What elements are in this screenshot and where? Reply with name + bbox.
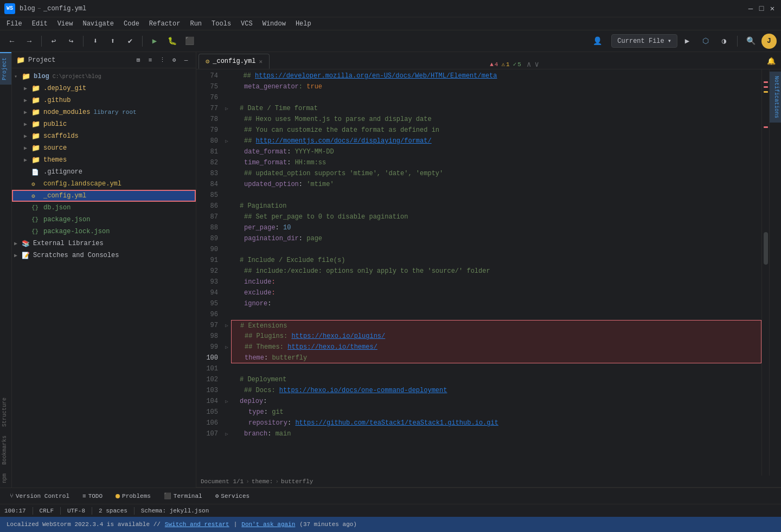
- gutter-84: [222, 179, 231, 190]
- line-num-74: 74: [196, 70, 218, 81]
- gutter-97[interactable]: ▷: [222, 320, 231, 331]
- tree-item-config-yml[interactable]: ▶ ⚙ _config.yml: [12, 190, 196, 202]
- tree-item-themes[interactable]: ▶ 📁 themes: [12, 154, 196, 166]
- toolbar-forward-btn[interactable]: →: [22, 34, 37, 49]
- toolbar-run-config-btn[interactable]: ▶: [680, 34, 695, 49]
- toolbar-vcs-update-btn[interactable]: ⬇: [88, 34, 103, 49]
- menu-run[interactable]: Run: [185, 19, 206, 29]
- tree-external-libraries[interactable]: ▶ 📚 External Libraries: [12, 238, 196, 249]
- code-link-99[interactable]: https://hexo.io/themes/: [287, 342, 377, 352]
- tree-item-source[interactable]: ▶ 📁 source: [12, 142, 196, 154]
- menu-help[interactable]: Help: [291, 19, 316, 29]
- code-key-104: deploy: [240, 396, 263, 407]
- notif-dismiss-link[interactable]: Don't ask again: [241, 521, 295, 528]
- menu-vcs[interactable]: VCS: [236, 19, 257, 29]
- settings-tree-btn[interactable]: ⚙: [169, 55, 180, 66]
- status-schema[interactable]: Schema: jekyll.json: [141, 508, 209, 514]
- gutter-104[interactable]: ▷: [222, 396, 231, 407]
- line-num-106: 106: [196, 418, 218, 428]
- tree-label-package-json: package.json: [43, 216, 90, 223]
- notifications-btn[interactable]: 🔔: [764, 54, 779, 69]
- maximize-btn[interactable]: □: [757, 4, 766, 13]
- code-editor[interactable]: ## https://developer.mozilla.org/en-US/d…: [231, 69, 761, 476]
- code-line-79: ## You can customize the date format as …: [231, 125, 761, 136]
- code-link-103[interactable]: https://hexo.io/docs/one-command-deploym…: [279, 385, 447, 396]
- close-btn[interactable]: ✕: [768, 4, 777, 13]
- current-file-dropdown[interactable]: Current File ▾: [611, 34, 677, 48]
- bottom-tab-problems[interactable]: Problems: [110, 491, 156, 502]
- bottom-tab-services[interactable]: ⚙ Services: [210, 490, 255, 502]
- tree-item-deploy-git[interactable]: ▶ 📁 .deploy_git: [12, 82, 196, 94]
- bottom-tab-terminal[interactable]: ⬛ Terminal: [158, 490, 208, 502]
- toolbar-profile-btn[interactable]: 👤: [590, 34, 605, 49]
- tree-item-gitignore[interactable]: ▶ 📄 .gitignore: [12, 166, 196, 178]
- menu-file[interactable]: File: [2, 19, 27, 29]
- toolbar-debug-config-btn[interactable]: ⬡: [698, 34, 713, 49]
- code-link-98[interactable]: https://hexo.io/plugins/: [291, 331, 385, 342]
- menu-tools[interactable]: Tools: [207, 19, 235, 29]
- line-num-79: 79: [196, 125, 218, 136]
- menu-edit[interactable]: Edit: [28, 19, 52, 29]
- collapse-btn[interactable]: ∧: [527, 60, 531, 69]
- toolbar-stop-btn[interactable]: ⬛: [182, 34, 197, 49]
- status-indent[interactable]: 2 spaces: [99, 508, 127, 514]
- gutter-77[interactable]: ▷: [222, 103, 231, 114]
- tab-close-btn[interactable]: ✕: [259, 58, 263, 65]
- toolbar-vcs-commit-btn[interactable]: ✔: [123, 34, 138, 49]
- toolbar-vcs-push-btn[interactable]: ⬆: [105, 34, 120, 49]
- menu-code[interactable]: Code: [119, 19, 144, 29]
- toolbar-run-btn[interactable]: ▶: [147, 34, 162, 49]
- tree-item-github[interactable]: ▶ 📁 .github: [12, 94, 196, 106]
- close-panel-btn[interactable]: —: [181, 55, 191, 66]
- toolbar-coverage-btn[interactable]: ◑: [716, 34, 732, 49]
- tree-item-db-json[interactable]: ▶ {} db.json: [12, 202, 196, 214]
- tree-arrow-source: ▶: [24, 145, 31, 151]
- gutter-99[interactable]: ▷: [222, 342, 231, 352]
- gutter-106: [222, 418, 231, 428]
- tree-item-package-lock[interactable]: ▶ {} package-lock.json: [12, 226, 196, 238]
- side-bookmarks-tab[interactable]: Bookmarks: [0, 431, 11, 469]
- scrollbar-thumb[interactable]: [764, 232, 768, 265]
- status-position[interactable]: 100:17: [4, 508, 26, 514]
- code-link-106[interactable]: https://github.com/teaStack1/teaStack1.g…: [295, 418, 498, 428]
- toolbar-undo-btn[interactable]: ↩: [46, 34, 61, 49]
- notifications-side-tab[interactable]: Notifications: [770, 72, 781, 123]
- tree-scratches[interactable]: ▶ 📝 Scratches and Consoles: [12, 249, 196, 261]
- tree-item-config-landscape[interactable]: ▶ ⚙ config.landscape.yml: [12, 178, 196, 190]
- gutter-80[interactable]: ▷: [222, 136, 231, 146]
- settings-btn[interactable]: J: [761, 34, 777, 49]
- expand-btn[interactable]: ∨: [534, 60, 539, 69]
- line-num-81: 81: [196, 146, 218, 157]
- tree-item-scaffolds[interactable]: ▶ 📁 scaffolds: [12, 130, 196, 142]
- tree-item-node-modules[interactable]: ▶ 📁 node_modules library root: [12, 106, 196, 118]
- side-structure-tab[interactable]: Structure: [0, 393, 11, 431]
- scroll-to-source-btn[interactable]: ⋮: [157, 55, 168, 66]
- editor-tabs: ⚙ _config.yml ✕ ▲ 4 ⚠ 1 ✓ 5 ∧ ∨: [196, 52, 781, 69]
- status-encoding[interactable]: UTF-8: [67, 508, 85, 514]
- gutter-107[interactable]: ▷: [222, 428, 231, 439]
- menu-view[interactable]: View: [53, 19, 78, 29]
- side-project-tab[interactable]: Project: [0, 52, 11, 85]
- toolbar-debug-btn[interactable]: 🐛: [164, 34, 180, 49]
- bottom-tab-todo[interactable]: ≡ TODO: [77, 491, 108, 502]
- code-link-80[interactable]: http://momentjs.com/docs/#/displaying/fo…: [256, 136, 432, 146]
- ok-count: 5: [517, 61, 521, 68]
- menu-window[interactable]: Window: [258, 19, 290, 29]
- side-npm-tab[interactable]: npm: [0, 469, 11, 488]
- toolbar-back-btn[interactable]: ←: [4, 34, 20, 49]
- menu-refactor[interactable]: Refactor: [145, 19, 185, 29]
- tree-item-package-json[interactable]: ▶ {} package.json: [12, 214, 196, 226]
- tab-config-yml[interactable]: ⚙ _config.yml ✕: [199, 54, 270, 69]
- status-line-ending[interactable]: CRLF: [40, 508, 54, 514]
- tree-root[interactable]: ▾ 📁 blog C:\project\blog: [12, 70, 196, 82]
- toolbar-redo-btn[interactable]: ↪: [63, 34, 79, 49]
- collapse-all-btn[interactable]: ⊞: [133, 55, 144, 66]
- tree-item-public[interactable]: ▶ 📁 public: [12, 118, 196, 130]
- notif-switch-link[interactable]: Switch and restart: [165, 521, 229, 528]
- code-link-74[interactable]: https://developer.mozilla.org/en-US/docs…: [255, 70, 497, 81]
- menu-navigate[interactable]: Navigate: [78, 19, 118, 29]
- search-everywhere-btn[interactable]: 🔍: [743, 34, 758, 49]
- bottom-tab-vcs[interactable]: ⑂ Version Control: [4, 491, 75, 502]
- expand-all-btn[interactable]: ≡: [145, 55, 156, 66]
- minimize-btn[interactable]: —: [746, 4, 755, 13]
